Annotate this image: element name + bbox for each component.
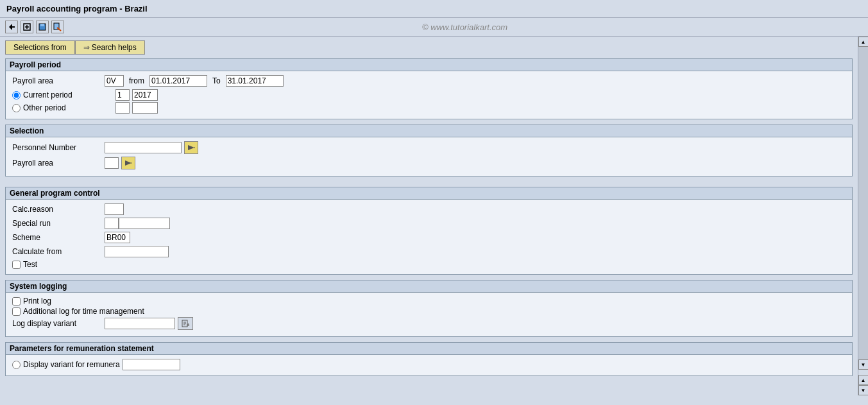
other-period-radio[interactable] — [12, 104, 21, 112]
selection-payroll-area-lookup-btn[interactable] — [121, 157, 135, 169]
selection-payroll-area-row: Payroll area — [12, 157, 846, 169]
remuneration-body: Display variant for remunera — [6, 355, 852, 375]
other-period-label: Other period — [23, 103, 113, 112]
selection-payroll-area-label: Payroll area — [12, 159, 102, 168]
other-period-num-input[interactable] — [115, 102, 130, 114]
calculate-from-row: Calculate from — [12, 246, 846, 257]
special-run-input2[interactable] — [119, 218, 170, 229]
current-period-label: Current period — [23, 90, 113, 99]
system-logging-body: Print log Additional log for time manage… — [6, 293, 852, 336]
scheme-input[interactable] — [105, 232, 130, 243]
other-period-row: Other period — [12, 102, 846, 114]
print-log-checkbox[interactable] — [12, 297, 21, 306]
display-variant-input[interactable] — [123, 359, 180, 370]
test-row: Test — [12, 260, 846, 269]
general-program-control-header: General program control — [6, 187, 852, 200]
other-period-year-input[interactable] — [132, 102, 158, 114]
additional-log-checkbox[interactable] — [12, 307, 21, 316]
tab-search-helps[interactable]: ⇒ Search helps — [75, 40, 145, 55]
display-variant-radio[interactable] — [12, 361, 21, 369]
payroll-area-row: Payroll area from To — [12, 75, 846, 87]
payroll-period-section: Payroll period Payroll area from To Curr… — [5, 58, 853, 119]
payroll-period-body: Payroll area from To Current period — [6, 71, 852, 119]
svg-rect-6 — [40, 24, 44, 26]
system-logging-header: System logging — [6, 280, 852, 293]
content-area: Selections from ⇒ Search helps Payroll p… — [0, 37, 858, 395]
to-label: To — [212, 76, 221, 85]
remuneration-section: Parameters for remuneration statement Di… — [5, 342, 853, 376]
app-title: Payroll accounting program - Brazil — [6, 4, 148, 13]
selection-header: Selection — [6, 125, 852, 137]
scroll-down-btn-2[interactable]: ▼ — [858, 385, 869, 395]
personnel-number-row: Personnel Number — [12, 141, 846, 154]
scrollbar-right: ▲ ▼ ▲ ▼ — [858, 37, 868, 395]
selection-section: Selection Personnel Number Payroll area — [5, 125, 853, 177]
tab-arrow-icon: ⇒ — [83, 43, 90, 52]
save-icon[interactable] — [36, 21, 49, 33]
svg-marker-12 — [125, 160, 132, 166]
additional-log-row: Additional log for time management — [12, 307, 846, 316]
test-checkbox[interactable] — [12, 261, 21, 269]
special-run-label: Special run — [12, 219, 102, 228]
general-program-control-section: General program control Calc.reason Spec… — [5, 187, 853, 275]
payroll-period-header: Payroll period — [6, 59, 852, 71]
print-log-label: Print log — [23, 297, 51, 306]
selection-payroll-area-input[interactable] — [105, 157, 119, 169]
tab-bar: Selections from ⇒ Search helps — [5, 40, 853, 55]
scroll-up-btn-2[interactable]: ▲ — [858, 375, 869, 385]
current-period-row: Current period — [12, 89, 846, 101]
selection-body: Personnel Number Payroll area — [6, 137, 852, 176]
back-icon[interactable] — [5, 21, 18, 33]
find-icon[interactable] — [51, 21, 64, 33]
calc-reason-label: Calc.reason — [12, 205, 102, 214]
new-icon[interactable] — [21, 21, 33, 33]
to-date-input[interactable] — [226, 75, 284, 87]
test-label: Test — [23, 260, 37, 269]
calc-reason-input[interactable] — [105, 203, 124, 215]
current-period-year-input[interactable] — [132, 89, 158, 101]
current-period-num-input[interactable] — [115, 89, 130, 101]
tab-selections-from-label: Selections from — [13, 43, 67, 52]
toolbar: © www.tutorialkart.com — [0, 18, 868, 37]
scroll-up-btn[interactable]: ▲ — [858, 37, 869, 47]
calculate-from-label: Calculate from — [12, 247, 102, 256]
special-run-row: Special run — [12, 218, 846, 229]
log-display-variant-label: Log display variant — [12, 319, 102, 328]
personnel-number-lookup-btn[interactable] — [184, 141, 198, 154]
scroll-down-btn[interactable]: ▼ — [858, 359, 869, 370]
personnel-number-input[interactable] — [105, 142, 182, 153]
svg-marker-10 — [188, 145, 194, 150]
personnel-number-label: Personnel Number — [12, 143, 102, 152]
watermark: © www.tutorialkart.com — [67, 22, 863, 32]
from-label: from — [129, 76, 144, 85]
additional-log-label: Additional log for time management — [23, 307, 144, 316]
current-period-radio[interactable] — [12, 91, 21, 99]
log-display-variant-input[interactable] — [105, 318, 175, 329]
svg-marker-0 — [9, 24, 12, 30]
print-log-row: Print log — [12, 297, 846, 306]
calculate-from-input[interactable] — [105, 246, 169, 257]
svg-rect-1 — [12, 26, 15, 28]
payroll-area-input[interactable] — [105, 75, 124, 87]
log-display-variant-edit-btn[interactable] — [178, 317, 193, 330]
payroll-area-label: Payroll area — [12, 76, 102, 85]
scroll-track — [858, 47, 869, 359]
svg-rect-7 — [40, 27, 44, 30]
special-run-input1[interactable] — [105, 218, 119, 229]
spacer-1 — [5, 182, 853, 187]
system-logging-section: System logging Print log Additional log … — [5, 280, 853, 337]
title-bar: Payroll accounting program - Brazil — [0, 0, 868, 18]
display-variant-label: Display variant for remunera — [23, 360, 120, 369]
scheme-row: Scheme — [12, 232, 846, 243]
from-date-input[interactable] — [149, 75, 207, 87]
log-display-variant-row: Log display variant — [12, 317, 846, 330]
main-container: Selections from ⇒ Search helps Payroll p… — [0, 37, 868, 395]
general-program-control-body: Calc.reason Special run Scheme — [6, 200, 852, 274]
special-run-inputs — [105, 218, 170, 229]
scheme-label: Scheme — [12, 233, 102, 242]
tab-selections-from[interactable]: Selections from — [5, 40, 75, 55]
calc-reason-row: Calc.reason — [12, 203, 846, 215]
display-variant-row: Display variant for remunera — [12, 359, 846, 370]
tab-search-helps-label: Search helps — [92, 43, 137, 52]
remuneration-header: Parameters for remuneration statement — [6, 343, 852, 355]
